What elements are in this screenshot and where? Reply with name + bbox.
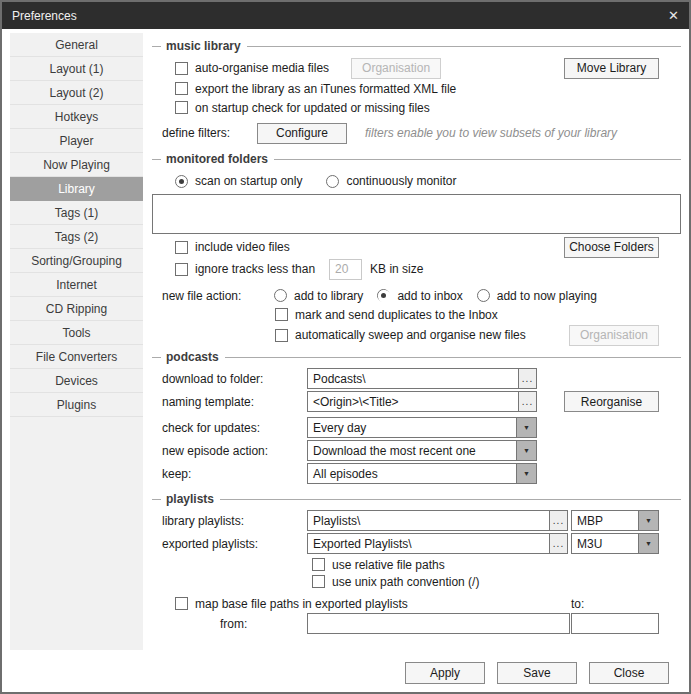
- sidebar-item-library[interactable]: Library: [10, 177, 143, 201]
- auto-organise-checkbox[interactable]: [175, 62, 188, 75]
- continuously-monitor-radio[interactable]: [326, 175, 339, 188]
- download-folder-row: download to folder: Podcasts\ ...: [152, 368, 681, 389]
- keep-dropdown[interactable]: All episodes ▼: [307, 463, 537, 484]
- startup-check-checkbox[interactable]: [175, 101, 188, 114]
- section-line: [274, 159, 681, 160]
- sidebar-item-now-playing[interactable]: Now Playing: [10, 153, 143, 177]
- move-library-button[interactable]: Move Library: [564, 58, 659, 79]
- new-episode-value: Download the most recent one: [308, 441, 516, 460]
- relative-paths-row: use relative file paths: [152, 556, 681, 573]
- mark-duplicates-row: mark and send duplicates to the Inbox: [152, 305, 681, 324]
- export-itunes-checkbox[interactable]: [175, 82, 188, 95]
- close-icon[interactable]: ✕: [668, 8, 679, 23]
- dialog-body: General Layout (1) Layout (2) Hotkeys Pl…: [2, 29, 689, 692]
- sidebar-item-plugins[interactable]: Plugins: [10, 393, 143, 417]
- sidebar-item-layout-2[interactable]: Layout (2): [10, 81, 143, 105]
- library-playlists-row: library playlists: Playlists\ ... MBP ▼: [152, 510, 681, 531]
- download-folder-field[interactable]: Podcasts\: [307, 368, 519, 389]
- sidebar-item-general[interactable]: General: [10, 33, 143, 57]
- keep-label: keep:: [162, 467, 307, 481]
- add-to-inbox-radio[interactable]: [377, 289, 390, 302]
- check-updates-dropdown[interactable]: Every day ▼: [307, 417, 537, 438]
- exported-playlists-row: exported playlists: Exported Playlists\ …: [152, 533, 681, 554]
- section-dash: [152, 357, 161, 358]
- sidebar-item-tags-1[interactable]: Tags (1): [10, 201, 143, 225]
- sidebar: General Layout (1) Layout (2) Hotkeys Pl…: [10, 33, 143, 650]
- startup-check-row: on startup check for updated or missing …: [152, 98, 681, 117]
- library-playlists-field[interactable]: Playlists\: [307, 510, 550, 531]
- keep-row: keep: All episodes ▼: [152, 463, 681, 484]
- sidebar-item-hotkeys[interactable]: Hotkeys: [10, 105, 143, 129]
- relative-paths-label: use relative file paths: [332, 558, 445, 572]
- relative-paths-checkbox[interactable]: [312, 558, 325, 571]
- library-playlists-label: library playlists:: [162, 514, 307, 528]
- exported-playlists-field[interactable]: Exported Playlists\: [307, 533, 550, 554]
- unix-paths-checkbox[interactable]: [312, 575, 325, 588]
- define-filters-label: define filters:: [162, 126, 257, 140]
- scan-mode-row: scan on startup only continuously monito…: [152, 170, 681, 192]
- add-to-library-radio[interactable]: [274, 289, 287, 302]
- map-from-field[interactable]: [307, 613, 570, 634]
- library-playlists-format-value: MBP: [572, 511, 638, 530]
- save-button[interactable]: Save: [497, 662, 577, 684]
- mark-duplicates-checkbox[interactable]: [275, 308, 288, 321]
- monitored-folders-list[interactable]: [152, 194, 681, 234]
- auto-organise-label: auto-organise media files: [195, 61, 329, 75]
- reorganise-button[interactable]: Reorganise: [564, 391, 659, 412]
- chevron-down-icon: ▼: [516, 441, 536, 460]
- window-title: Preferences: [12, 9, 77, 23]
- sidebar-item-sorting-grouping[interactable]: Sorting/Grouping: [10, 249, 143, 273]
- naming-template-label: naming template:: [162, 395, 307, 409]
- section-podcasts-header: podcasts: [152, 350, 681, 364]
- auto-sweep-checkbox[interactable]: [275, 329, 288, 342]
- new-file-action-row: new file action: add to library add to i…: [152, 286, 681, 305]
- preferences-window: Preferences ✕ General Layout (1) Layout …: [0, 0, 691, 694]
- scan-on-startup-radio[interactable]: [175, 175, 188, 188]
- sidebar-item-layout-1[interactable]: Layout (1): [10, 57, 143, 81]
- section-monitored-folders-header: monitored folders: [152, 152, 681, 166]
- map-paths-checkbox[interactable]: [175, 597, 188, 610]
- startup-check-label: on startup check for updated or missing …: [195, 101, 430, 115]
- exported-playlists-browse-button[interactable]: ...: [550, 533, 568, 554]
- add-to-library-label: add to library: [294, 289, 363, 303]
- naming-template-row: naming template: <Origin>\<Title> ... Re…: [152, 391, 681, 412]
- sidebar-item-player[interactable]: Player: [10, 129, 143, 153]
- check-updates-row: check for updates: Every day ▼: [152, 417, 681, 438]
- choose-folders-button[interactable]: Choose Folders: [564, 237, 659, 258]
- unix-paths-row: use unix path convention (/): [152, 573, 681, 590]
- add-to-now-playing-radio[interactable]: [477, 289, 490, 302]
- naming-template-browse-button[interactable]: ...: [519, 391, 537, 412]
- ignore-tracks-checkbox[interactable]: [175, 263, 188, 276]
- include-video-label: include video files: [195, 240, 290, 254]
- download-folder-label: download to folder:: [162, 372, 307, 386]
- organisation-button: Organisation: [351, 58, 441, 79]
- sidebar-item-tags-2[interactable]: Tags (2): [10, 225, 143, 249]
- exported-playlists-format-dropdown[interactable]: M3U ▼: [571, 533, 659, 554]
- keep-value: All episodes: [308, 464, 516, 483]
- sidebar-item-cd-ripping[interactable]: CD Ripping: [10, 297, 143, 321]
- new-episode-label: new episode action:: [162, 444, 307, 458]
- ignore-tracks-row: ignore tracks less than 20 KB in size: [152, 258, 681, 280]
- map-paths-row: map base file paths in exported playlist…: [152, 594, 681, 613]
- naming-template-field[interactable]: <Origin>\<Title>: [307, 391, 519, 412]
- map-to-field[interactable]: [571, 613, 659, 634]
- new-file-action-label: new file action:: [162, 289, 274, 303]
- include-video-checkbox[interactable]: [175, 241, 188, 254]
- configure-button[interactable]: Configure: [257, 123, 347, 144]
- library-playlists-format-dropdown[interactable]: MBP ▼: [571, 510, 659, 531]
- sidebar-item-devices[interactable]: Devices: [10, 369, 143, 393]
- library-playlists-browse-button[interactable]: ...: [550, 510, 568, 531]
- section-title: music library: [166, 39, 241, 53]
- sidebar-item-file-converters[interactable]: File Converters: [10, 345, 143, 369]
- apply-button[interactable]: Apply: [405, 662, 485, 684]
- sidebar-item-internet[interactable]: Internet: [10, 273, 143, 297]
- close-button[interactable]: Close: [589, 662, 669, 684]
- settings-panel: music library auto-organise media files …: [152, 33, 681, 684]
- footer: Apply Save Close: [152, 662, 681, 684]
- section-dash: [152, 159, 161, 160]
- download-folder-browse-button[interactable]: ...: [519, 368, 537, 389]
- map-paths-label: map base file paths in exported playlist…: [195, 597, 408, 611]
- sidebar-item-tools[interactable]: Tools: [10, 321, 143, 345]
- add-to-inbox-label: add to inbox: [397, 289, 462, 303]
- new-episode-dropdown[interactable]: Download the most recent one ▼: [307, 440, 537, 461]
